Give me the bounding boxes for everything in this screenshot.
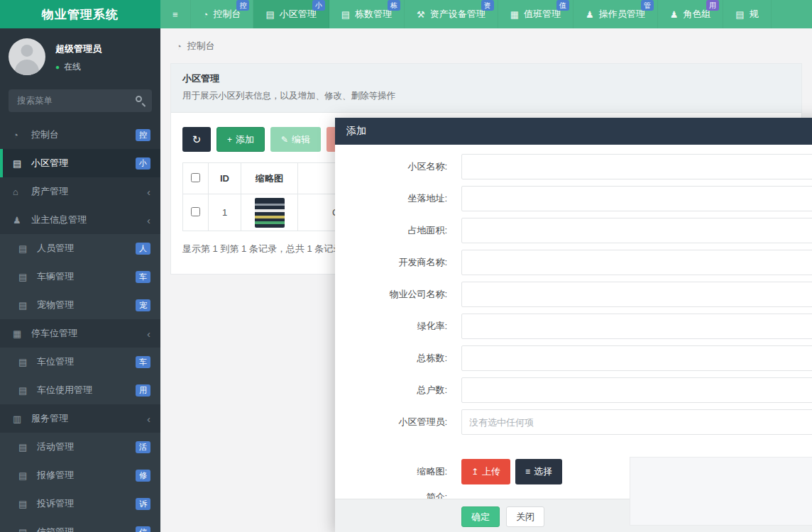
nav-badge: 小 bbox=[312, 0, 325, 11]
greening-rate-input[interactable] bbox=[461, 314, 812, 339]
user-status: ● 在线 bbox=[55, 61, 102, 73]
nav-tab-roles[interactable]: ♟ 角色组 用 bbox=[658, 0, 724, 28]
cell-id: 1 bbox=[209, 194, 241, 231]
sidebar-item-activities[interactable]: ▤ 活动管理 活 bbox=[0, 433, 160, 461]
total-buildings-input[interactable] bbox=[461, 345, 812, 371]
field-label: 总户数: bbox=[335, 384, 447, 397]
field-label: 小区名称: bbox=[335, 160, 447, 173]
chevron-left-icon: ‹ bbox=[147, 186, 150, 198]
select-all-checkbox[interactable] bbox=[191, 173, 200, 182]
confirm-button[interactable]: 确定 bbox=[461, 506, 500, 527]
upload-preview-area bbox=[630, 457, 812, 526]
column-header-id: ID bbox=[209, 163, 241, 194]
menu-badge: 宠 bbox=[136, 299, 150, 311]
page-title: 小区管理 bbox=[182, 72, 790, 85]
dashboard-icon: ◔ bbox=[203, 9, 209, 20]
edit-button[interactable]: ✎ 编辑 bbox=[270, 127, 321, 152]
column-header-thumbnail: 缩略图 bbox=[241, 163, 298, 194]
table-icon: ▤ bbox=[341, 9, 350, 20]
search-icon bbox=[136, 96, 142, 102]
grid-icon: ▦ bbox=[13, 328, 30, 339]
top-navigation: ≡ ◔ 控制台 控 ▤ 小区管理 小 ▤ 栋数管理 栋 ⚒ 资产设备管理 资 bbox=[160, 0, 812, 28]
property-company-input[interactable] bbox=[461, 282, 812, 307]
sidebar-item-vehicles[interactable]: ▤ 车辆管理 车 bbox=[0, 262, 160, 291]
list-icon: ▤ bbox=[18, 470, 35, 481]
search-input[interactable] bbox=[9, 89, 152, 112]
field-label: 缩略图: bbox=[335, 465, 447, 478]
dashboard-icon: ◔ bbox=[13, 130, 30, 140]
list-icon: ▤ bbox=[18, 357, 35, 367]
table-icon: ▤ bbox=[265, 9, 274, 20]
sidebar-item-dashboard[interactable]: ◔ 控制台 控 bbox=[0, 121, 160, 149]
list-icon: ▤ bbox=[18, 272, 35, 282]
sidebar-item-pets[interactable]: ▤ 宠物管理 宠 bbox=[0, 291, 160, 319]
plus-icon: + bbox=[227, 135, 232, 145]
sidebar-item-personnel[interactable]: ▤ 人员管理 人 bbox=[0, 234, 160, 262]
list-icon: ▤ bbox=[18, 527, 35, 532]
hamburger-icon: ≡ bbox=[172, 9, 178, 20]
avatar[interactable] bbox=[9, 38, 45, 75]
field-label: 小区管理员: bbox=[335, 416, 447, 428]
sidebar-item-parking[interactable]: ▦ 停车位管理 ‹ bbox=[0, 319, 160, 348]
nav-menu-toggle[interactable]: ≡ bbox=[160, 0, 191, 28]
nav-tab-dashboard[interactable]: ◔ 控制台 控 bbox=[191, 0, 254, 28]
menu-badge: 诉 bbox=[136, 498, 150, 510]
total-households-input[interactable] bbox=[461, 377, 812, 403]
nav-badge: 栋 bbox=[388, 0, 400, 11]
address-input[interactable] bbox=[461, 186, 812, 211]
close-button[interactable]: 关闭 bbox=[506, 506, 544, 527]
add-button[interactable]: + 添加 bbox=[216, 127, 265, 152]
list-icon: ▤ bbox=[18, 442, 35, 453]
community-name-input[interactable] bbox=[461, 154, 812, 179]
sidebar-item-owner-info[interactable]: ♟ 业主信息管理 ‹ bbox=[0, 206, 160, 234]
nav-badge: 资 bbox=[481, 0, 494, 11]
menu-badge: 修 bbox=[136, 470, 150, 482]
field-label: 坐落地址: bbox=[335, 192, 447, 205]
community-manager-input[interactable] bbox=[461, 409, 812, 435]
field-label: 简介: bbox=[335, 491, 447, 499]
menu-badge: 信 bbox=[136, 526, 150, 532]
field-label: 占地面积: bbox=[335, 224, 447, 237]
refresh-button[interactable]: ↻ bbox=[182, 127, 211, 152]
nav-tab-rules[interactable]: ▤ 规 bbox=[723, 0, 771, 28]
sidebar-item-repairs[interactable]: ▤ 报修管理 修 bbox=[0, 461, 160, 489]
sidebar-item-complaints[interactable]: ▤ 投诉管理 诉 bbox=[0, 489, 160, 518]
pencil-icon: ✎ bbox=[281, 135, 288, 145]
sidebar-item-mailbox[interactable]: ▤ 信箱管理 信 bbox=[0, 518, 160, 532]
menu-badge: 用 bbox=[136, 384, 150, 397]
home-icon: ⌂ bbox=[13, 187, 30, 197]
dialog-header[interactable]: 添加 bbox=[335, 118, 812, 145]
nav-tab-buildings[interactable]: ▤ 栋数管理 栋 bbox=[329, 0, 405, 28]
panel-header: 小区管理 用于展示小区列表信息，以及增加、修改、删除等操作 bbox=[171, 64, 801, 113]
nav-tab-duty[interactable]: ▦ 值班管理 值 bbox=[498, 0, 574, 28]
chevron-left-icon: ‹ bbox=[147, 214, 150, 226]
list-icon: ▤ bbox=[18, 300, 35, 311]
sidebar-item-community[interactable]: ▤ 小区管理 小 bbox=[0, 149, 160, 177]
land-area-input[interactable] bbox=[461, 218, 812, 243]
choose-button[interactable]: ≡ 选择 bbox=[515, 459, 562, 484]
service-icon: ▥ bbox=[13, 414, 30, 424]
row-checkbox[interactable] bbox=[191, 207, 200, 216]
sidebar-item-parking-spaces[interactable]: ▤ 车位管理 车 bbox=[0, 348, 160, 376]
thumbnail-image[interactable] bbox=[255, 198, 285, 228]
list-icon: ▤ bbox=[735, 9, 744, 20]
nav-tab-operators[interactable]: ♟ 操作员管理 管 bbox=[574, 0, 658, 28]
field-label: 总栋数: bbox=[335, 352, 447, 365]
users-icon: ♟ bbox=[670, 9, 679, 20]
menu-badge: 活 bbox=[136, 441, 150, 453]
upload-button[interactable]: ↥ 上传 bbox=[461, 459, 510, 484]
calendar-icon: ▦ bbox=[510, 9, 519, 20]
nav-tab-assets[interactable]: ⚒ 资产设备管理 资 bbox=[405, 0, 498, 28]
sidebar-item-services[interactable]: ▥ 服务管理 ‹ bbox=[0, 404, 160, 433]
breadcrumb[interactable]: ◔ 控制台 bbox=[160, 28, 812, 61]
dialog-body: 小区名称: 坐落地址: 占地面积: 开发商名称: 物业公司名称: 绿化率: bbox=[335, 145, 812, 499]
developer-name-input[interactable] bbox=[461, 250, 812, 275]
menu-badge: 小 bbox=[136, 157, 150, 170]
sidebar-item-parking-usage[interactable]: ▤ 车位使用管理 用 bbox=[0, 376, 160, 404]
nav-tab-community[interactable]: ▤ 小区管理 小 bbox=[253, 0, 329, 28]
dashboard-icon: ◔ bbox=[176, 41, 182, 52]
app-title: 物业管理系统 bbox=[0, 0, 160, 28]
user-panel: 超级管理员 ● 在线 bbox=[0, 28, 160, 84]
nav-badge: 值 bbox=[556, 0, 569, 11]
sidebar-item-property[interactable]: ⌂ 房产管理 ‹ bbox=[0, 177, 160, 206]
